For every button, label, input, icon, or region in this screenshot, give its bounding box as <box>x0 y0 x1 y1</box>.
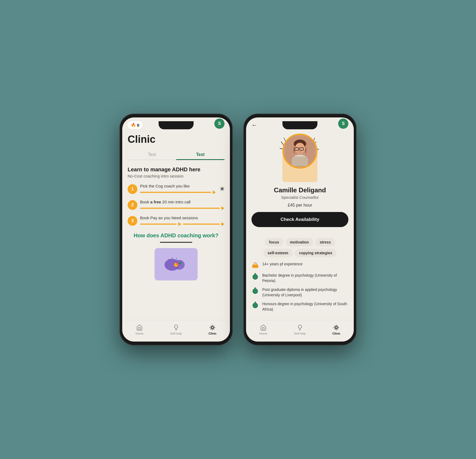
tags-row-1: focus motivation stress <box>251 238 348 246</box>
cred-text-postgrad: Post graduate diploma in applied psychol… <box>262 287 348 298</box>
step-3: 3 Book Pay as you Need sessions <box>128 215 225 226</box>
step-1-arrow <box>140 190 216 194</box>
screen-content-right: Camille Deligand Specialist Counsellor £… <box>246 131 354 320</box>
tag-self-esteem: self-esteem <box>263 249 293 257</box>
nav-home-right[interactable]: Home <box>260 324 267 335</box>
step-content-2: Book a free 20 min intro call <box>140 200 225 210</box>
nav-home-left[interactable]: Home <box>136 324 144 335</box>
svg-rect-26 <box>292 157 308 166</box>
home-icon-left <box>136 324 143 331</box>
underline-decoration <box>160 242 192 243</box>
notch-left <box>159 121 194 129</box>
price: £45 per hour <box>288 203 312 208</box>
cred-text-honours: Honours degree in psychology (University… <box>262 301 348 312</box>
step-2: 2 Book a free 20 min intro call <box>128 200 225 210</box>
bottom-nav-left: Home Self-help Clinic <box>122 320 230 342</box>
arrow-seg-2a <box>140 208 220 209</box>
bottom-nav-right: Home Self-help Clinic <box>246 320 354 342</box>
credential-experience: 14+ years pf experience <box>251 262 348 269</box>
counselor-title: Specialist Counsellor <box>281 195 319 200</box>
svg-rect-30 <box>254 273 256 275</box>
arrow-head-3b <box>221 222 225 226</box>
tags-row-2: self-esteem copying strategies <box>251 249 348 257</box>
step-2-arrow <box>140 206 225 210</box>
nav-clinic-right[interactable]: Clinic <box>332 324 341 335</box>
profile-section: Camille Deligand Specialist Counsellor £… <box>251 131 348 238</box>
brain-illustration <box>155 248 198 280</box>
nav-selfhelp-left[interactable]: Self-help <box>170 324 182 335</box>
section-heading: Learn to manage ADHD here <box>128 166 225 173</box>
credential-honours: Honours degree in psychology (University… <box>251 301 348 312</box>
step-text-3: Book Pay as you Need sessions <box>140 215 225 220</box>
arrow-seg-1a <box>140 192 211 193</box>
step-number-1: 1 <box>128 184 137 194</box>
nav-selfhelp-right[interactable]: Self-help <box>294 324 306 335</box>
clinic-icon-left <box>209 324 216 331</box>
svg-point-3 <box>176 263 178 265</box>
step-1: 1 Pick the Cog coach you like ✳ <box>128 184 225 194</box>
tag-focus: focus <box>265 238 283 246</box>
svg-rect-34 <box>254 302 256 304</box>
tab-text-1[interactable]: Text <box>128 149 176 160</box>
tag-copying-strategies: copying strategies <box>295 249 337 257</box>
cred-text-bachelor: Bachelor degree in psychology (Universit… <box>262 273 348 283</box>
arrow-seg-3b <box>183 224 220 225</box>
phone-screen-right: ← S <box>246 117 354 342</box>
selfhelp-icon-right <box>297 324 303 331</box>
step-text-2: Book a free 20 min intro call <box>140 200 225 204</box>
step-content-3: Book Pay as you Need sessions <box>140 215 225 226</box>
clinic-icon-right <box>333 324 340 331</box>
tab-text-2[interactable]: Text <box>176 149 225 160</box>
notch-right <box>282 121 317 129</box>
tag-stress: stress <box>315 238 335 246</box>
phone-screen-left: 🔥 0 S Clinic Text Text Learn to manage A… <box>122 117 230 342</box>
credentials-list: 14+ years pf experience Bachelor degree … <box>251 262 348 318</box>
credential-bachelor: Bachelor degree in psychology (Universit… <box>251 273 348 283</box>
left-phone: 🔥 0 S Clinic Text Text Learn to manage A… <box>120 114 233 345</box>
nav-selfhelp-label-right: Self-help <box>294 332 306 335</box>
credential-postgrad: Post graduate diploma in applied psychol… <box>251 287 348 298</box>
adhd-question: How does ADHD coaching work? <box>128 232 225 239</box>
streak-count: 0 <box>137 123 139 127</box>
svg-point-35 <box>335 326 337 329</box>
page-title-left: Clinic <box>128 134 225 145</box>
home-icon-right <box>260 324 267 331</box>
svg-line-7 <box>176 258 177 259</box>
briefcase-icon <box>251 262 259 269</box>
nav-selfhelp-label-left: Self-help <box>170 332 182 335</box>
back-button[interactable]: ← <box>251 122 257 129</box>
section-subheading: No-Cost coaching intro session <box>128 174 225 178</box>
flame-icon: 🔥 <box>131 123 136 127</box>
step-content-1: Pick the Cog coach you like <box>140 184 216 194</box>
tag-motivation: motivation <box>286 238 313 246</box>
nav-clinic-label-left: Clinic <box>209 332 217 335</box>
screen-content-left: Clinic Text Text Learn to manage ADHD he… <box>122 131 230 320</box>
counselor-name: Camille Deligand <box>274 186 326 194</box>
step-number-3: 3 <box>128 216 137 226</box>
medal-icon-3 <box>251 301 259 309</box>
arrow-head-1a <box>213 190 216 194</box>
profile-image-wrapper <box>278 134 321 182</box>
arrow-head-3a <box>178 222 181 226</box>
user-avatar-left[interactable]: S <box>214 119 225 129</box>
nav-home-label-left: Home <box>136 332 144 335</box>
nav-clinic-left[interactable]: Clinic <box>209 324 217 335</box>
arrow-head-2a <box>221 206 225 210</box>
svg-rect-32 <box>254 287 256 290</box>
profile-circle <box>282 134 317 169</box>
spark-decoration: ✳ <box>220 186 225 193</box>
nav-home-label-right: Home <box>260 332 267 335</box>
medal-icon-2 <box>251 287 259 295</box>
selfhelp-icon-left <box>173 324 179 331</box>
tabs-container: Text Text <box>128 149 225 160</box>
cred-text-experience: 14+ years pf experience <box>262 262 303 267</box>
user-avatar-right[interactable]: S <box>338 119 348 129</box>
right-phone: ← S <box>243 114 356 345</box>
check-availability-button[interactable]: Check Availability <box>251 212 348 227</box>
step-text-1: Pick the Cog coach you like <box>140 184 216 188</box>
medal-icon-1 <box>251 273 259 280</box>
step-3-arrow <box>140 222 225 226</box>
svg-point-8 <box>211 326 214 329</box>
nav-clinic-label-right: Clinic <box>332 332 341 335</box>
streak-badge: 🔥 0 <box>128 121 142 129</box>
